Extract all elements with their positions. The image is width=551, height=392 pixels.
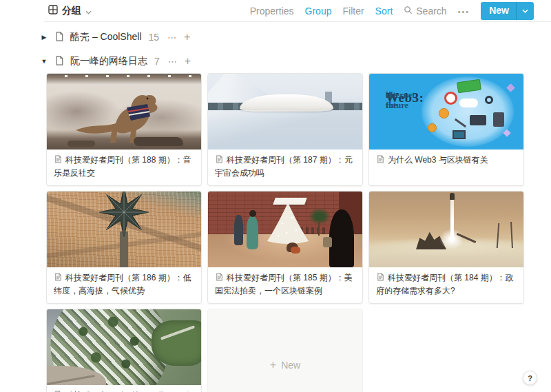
disclosure-triangle-icon[interactable]: ▼ — [39, 58, 49, 65]
card-cover-web3-illustration: Web3: the future of the internet — [369, 74, 523, 149]
coin-icon — [428, 123, 437, 132]
card-title: 科技爱好者周刊（第 187 期）：元宇宙会成功吗 — [208, 149, 362, 185]
card-title-text: 科技爱好者周刊（第 185 期）：美国宪法拍卖，一个区块链案例 — [215, 273, 353, 296]
page-icon — [54, 55, 65, 68]
group-title: 酷壳 – CoolShell — [70, 31, 142, 43]
new-card-label: New — [281, 360, 300, 371]
properties-button[interactable]: Properties — [250, 6, 294, 17]
new-card-button[interactable]: + New — [207, 309, 363, 392]
card-title: 科技爱好者周刊（第 185 期）：美国宪法拍卖，一个区块链案例 — [208, 267, 362, 303]
toolbar-divider — [44, 21, 551, 22]
monitor-icon — [453, 130, 466, 139]
laptop-icon — [470, 115, 486, 125]
card-title-text: 科技爱好者周刊（第 184 期）：政府的存储需求有多大? — [376, 273, 514, 296]
search-button[interactable]: Search — [404, 6, 446, 17]
group-header-ruanyifeng[interactable]: ▼ 阮一峰的网络日志 7 ⋯ + — [39, 55, 551, 68]
document-icon — [215, 272, 224, 285]
card-title: 科技爱好者周刊（第 184 期）：政府的存储需求有多大? — [369, 267, 523, 303]
white-dome-building — [240, 94, 333, 112]
orange-cloth — [291, 247, 300, 254]
toolbar-actions: Properties Group Filter Sort Search ••• … — [250, 2, 534, 20]
card-title-text: 科技爱好者周刊（第 188 期）：音乐是反社交 — [54, 155, 191, 178]
server-icon — [493, 112, 504, 127]
person-silhouette — [329, 209, 354, 267]
snow-field — [208, 110, 362, 149]
gallery-grid: 科技爱好者周刊（第 188 期）：音乐是反社交 科技爱好者周刊（第 187 期）… — [46, 73, 524, 392]
person-silhouette — [234, 215, 243, 245]
plus-icon: + — [270, 359, 276, 371]
gallery-card[interactable]: 科技爱好者周刊（第 186 期）：低纬度，高海拔，气候优势 — [46, 191, 202, 304]
view-name: 分组 — [62, 5, 81, 17]
ethereum-icon — [506, 83, 515, 92]
person-head — [249, 210, 256, 217]
ceiling-lights — [47, 75, 201, 77]
card-title: 为什么 Web3 与区块链有关 — [369, 149, 523, 174]
magnifier-icon — [485, 96, 493, 104]
search-label: Search — [416, 6, 446, 17]
clock-icon — [444, 92, 457, 105]
filter-button[interactable]: Filter — [342, 6, 364, 17]
document-icon — [376, 272, 385, 285]
coin-icon — [439, 108, 449, 118]
group-header-coolshell[interactable]: ▶ 酷壳 – CoolShell 15 ⋯ + — [39, 31, 551, 43]
new-button-dropdown[interactable] — [517, 2, 534, 20]
card-cover-plaza-tent — [208, 192, 362, 267]
document-icon — [54, 154, 63, 167]
document-icon — [54, 272, 63, 285]
card-title: 科技爱好者周刊（第 188 期）：音乐是反社交 — [47, 149, 201, 185]
card-title-text: 科技爱好者周刊（第 187 期）：元宇宙会成功吗 — [215, 155, 353, 178]
cloud-icon — [459, 99, 478, 107]
group-more-icon[interactable]: ⋯ — [168, 56, 178, 67]
view-toolbar: 分组 Properties Group Filter Sort Search •… — [0, 0, 551, 22]
group-button[interactable]: Group — [305, 6, 332, 17]
gallery-card[interactable]: 科技爱好者周刊（第 183 期）：腾讯的员工退休福利 — [46, 309, 202, 392]
group-add-icon[interactable]: + — [185, 55, 191, 68]
chevron-down-icon — [85, 5, 92, 17]
card-title: 科技爱好者周刊（第 183 期）：腾讯的员工退休福利 — [47, 385, 201, 392]
gallery-view-icon — [48, 5, 58, 17]
disclosure-triangle-icon[interactable]: ▶ — [39, 34, 49, 41]
group-count: 7 — [154, 56, 160, 67]
gallery-card[interactable]: 科技爱好者周刊（第 188 期）：音乐是反社交 — [46, 73, 202, 186]
new-button[interactable]: New — [481, 2, 534, 20]
card-title-text: 为什么 Web3 与区块链有关 — [388, 155, 488, 165]
new-button-label: New — [481, 2, 516, 20]
document-icon — [215, 154, 224, 167]
group-title: 阮一峰的网络日志 — [70, 55, 147, 68]
museum-rocks — [67, 141, 95, 147]
gallery-card[interactable]: 科技爱好者周刊（第 187 期）：元宇宙会成功吗 — [207, 73, 363, 186]
card-cover-rocket-launch — [369, 192, 523, 267]
palm-trunk — [318, 222, 320, 236]
group-more-icon[interactable]: ⋯ — [167, 32, 177, 43]
card-title-text: 科技爱好者周刊（第 186 期）：低纬度，高海拔，气候优势 — [54, 273, 191, 296]
more-options-button[interactable]: ••• — [458, 6, 470, 16]
group-count: 15 — [149, 32, 160, 43]
handbag — [323, 237, 332, 247]
card-cover-snow-resort — [208, 74, 362, 149]
rocket-body — [450, 193, 455, 200]
sort-button[interactable]: Sort — [375, 6, 393, 17]
card-cover-city-star — [47, 192, 201, 267]
palm-tree — [309, 208, 331, 225]
person-silhouette — [247, 216, 258, 249]
museum-rocks — [134, 137, 183, 146]
gallery-card[interactable]: 科技爱好者周刊（第 184 期）：政府的存储需求有多大? — [368, 191, 524, 304]
launch-flame-glow — [439, 229, 464, 249]
gallery-card[interactable]: Web3: the future of the internet 为什么 Web… — [368, 73, 524, 186]
search-icon — [404, 6, 413, 17]
gallery-card[interactable]: 科技爱好者周刊（第 185 期）：美国宪法拍卖，一个区块链案例 — [207, 191, 363, 304]
card-cover-helix-building — [47, 309, 201, 385]
group-add-icon[interactable]: + — [184, 31, 190, 43]
document-icon — [376, 154, 385, 167]
page-icon — [54, 31, 65, 44]
view-switcher-button[interactable]: 分组 — [48, 5, 92, 17]
card-title: 科技爱好者周刊（第 186 期）：低纬度，高海拔，气候优势 — [47, 267, 201, 303]
gallery-view-page: { "colors": { "accent": "#2eaadc", "web3… — [0, 0, 551, 392]
help-button[interactable]: ? — [523, 371, 537, 385]
card-cover-dinosaur-museum — [47, 74, 201, 149]
web3-cover-line: internet — [386, 90, 415, 101]
